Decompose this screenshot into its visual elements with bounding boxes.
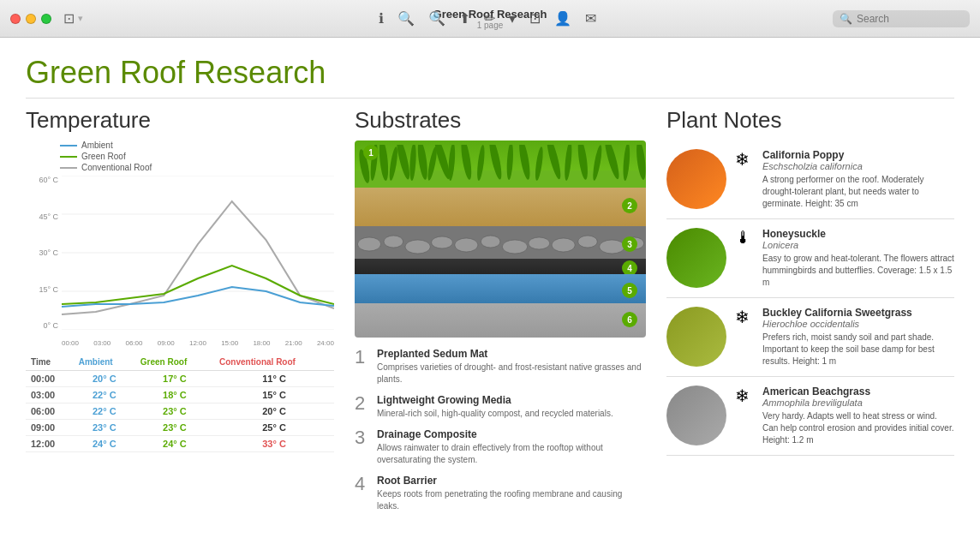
th-time: Time — [26, 354, 74, 371]
substrate-layer-3: 3 — [355, 226, 646, 262]
legend-label-greenroof: Green Roof — [81, 152, 126, 161]
svg-point-34 — [455, 238, 478, 252]
table-row: 00:00 20° C 17° C 11° C — [26, 371, 334, 387]
y-label-60: 60° C — [26, 176, 58, 184]
substrate-title: Preplanted Sedum Mat — [377, 348, 646, 360]
temperature-section: Temperature Ambient Green Roof Conventio… — [26, 107, 334, 512]
substrate-image: 1 2 — [355, 140, 646, 338]
x-label-0000: 00:00 — [62, 339, 79, 347]
y-label-30: 30° C — [26, 248, 58, 257]
cell-ambient: 24° C — [74, 436, 135, 452]
svg-point-40 — [600, 240, 624, 254]
substrate-info: Preplanted Sedum Mat Comprises varieties… — [377, 348, 646, 386]
y-axis-labels: 60° C 45° C 30° C 15° C 0° C — [26, 176, 58, 330]
substrate-item: 2 Lightweight Growing Media Mineral-rich… — [355, 394, 646, 420]
cell-ambient: 20° C — [74, 371, 135, 387]
plant-info: American Beachgrass Ammophila breviligul… — [762, 386, 954, 446]
svg-point-38 — [552, 238, 575, 252]
legend-label-ambient: Ambient — [81, 140, 113, 150]
cell-ambient: 23° C — [74, 420, 135, 436]
pencil-icon[interactable]: ✏ — [484, 10, 495, 27]
plant-item: ❄ American Beachgrass Ammophila brevilig… — [666, 377, 954, 456]
cell-greenroof: 23° C — [135, 420, 214, 436]
plant-item: ❄ Buckley California Sweetgrass Hierochl… — [666, 298, 954, 377]
resize-icon[interactable]: ⊡ — [529, 10, 541, 27]
fullscreen-button[interactable] — [41, 14, 51, 24]
substrate-list: 1 Preplanted Sedum Mat Comprises varieti… — [355, 348, 646, 512]
search-input[interactable] — [857, 13, 959, 25]
plant-info: Honeysuckle Lonicera Easy to grow and he… — [762, 228, 954, 289]
legend-ambient: Ambient — [60, 140, 334, 150]
plant-scientific: Hierochloe occidentalis — [762, 319, 954, 329]
plant-scientific: Lonicera — [762, 240, 954, 250]
plant-desc: Prefers rich, moist sandy soil and part … — [762, 332, 954, 368]
table-row: 03:00 22° C 18° C 15° C — [26, 387, 334, 404]
minimize-button[interactable] — [26, 14, 36, 24]
chart-legend: Ambient Green Roof Conventional Roof — [60, 140, 334, 172]
y-label-0: 0° C — [26, 321, 58, 330]
sidebar-toggle-icon[interactable]: ⊡ — [63, 10, 75, 27]
page-title: Green Roof Research — [26, 55, 954, 99]
substrate-item: 4 Root Barrier Keeps roots from penetrat… — [355, 475, 646, 512]
cell-conventional: 15° C — [214, 387, 334, 404]
plant-info: California Poppy Eschscholzia californic… — [762, 149, 954, 210]
table-row: 06:00 22° C 23° C 20° C — [26, 404, 334, 420]
svg-point-37 — [529, 237, 550, 249]
chevron-down-tool-icon[interactable]: ▾ — [509, 10, 516, 27]
substrate-title: Lightweight Growing Media — [377, 394, 613, 406]
plant-scientific: Eschscholzia californica — [762, 161, 954, 171]
close-button[interactable] — [10, 14, 21, 24]
legend-line-greenroof — [60, 156, 77, 158]
th-greenroof: Green Roof — [135, 354, 214, 371]
share-icon[interactable]: ⬆ — [459, 10, 470, 27]
cell-greenroof: 23° C — [135, 404, 214, 420]
info-icon[interactable]: ℹ — [379, 10, 384, 27]
legend-greenroof: Green Roof — [60, 152, 334, 161]
table-row: 09:00 23° C 23° C 25° C — [26, 420, 334, 436]
substrate-number: 4 — [355, 475, 368, 493]
layer-num-2: 2 — [622, 198, 637, 213]
markup-icon[interactable]: ✉ — [585, 10, 596, 27]
substrate-item: 3 Drainage Composite Allows rainwater to… — [355, 428, 646, 466]
substrates-section: Substrates — [355, 107, 646, 512]
cell-greenroof: 24° C — [135, 436, 214, 452]
plant-name: California Poppy — [762, 149, 954, 161]
main-content: Green Roof Research Temperature Ambient … — [0, 38, 980, 538]
substrate-layer-6: 6 — [355, 303, 646, 338]
person-icon[interactable]: 👤 — [554, 10, 571, 27]
plant-type-icon: ❄ — [735, 149, 754, 170]
cell-greenroof: 17° C — [135, 371, 214, 387]
x-label-1500: 15:00 — [221, 339, 238, 347]
plant-notes-section: Plant Notes ❄ California Poppy Eschschol… — [666, 107, 954, 512]
chevron-down-icon[interactable]: ▾ — [78, 13, 83, 24]
plant-item: ❄ California Poppy Eschscholzia californ… — [666, 140, 954, 219]
plant-name: Honeysuckle — [762, 228, 954, 240]
y-label-15: 15° C — [26, 285, 58, 294]
plant-type-icon: ❄ — [735, 307, 754, 327]
substrate-title: Drainage Composite — [377, 428, 646, 440]
substrates-title: Substrates — [355, 107, 646, 134]
zoom-in-icon[interactable]: 🔍 — [428, 10, 445, 27]
svg-point-32 — [405, 240, 430, 254]
substrate-desc: Keeps roots from penetrating the roofing… — [377, 488, 646, 512]
svg-point-31 — [384, 236, 403, 248]
substrate-layer-5: 5 — [355, 274, 646, 307]
zoom-out-icon[interactable]: 🔍 — [397, 10, 415, 27]
table-row: 12:00 24° C 24° C 33° C — [26, 436, 334, 452]
cell-greenroof: 18° C — [135, 387, 214, 404]
substrate-info: Lightweight Growing Media Mineral-rich s… — [377, 394, 613, 420]
substrate-number: 1 — [355, 348, 368, 367]
x-label-2100: 21:00 — [285, 339, 302, 347]
plant-image — [666, 307, 726, 367]
plant-desc: A strong performer on the roof. Moderate… — [762, 174, 954, 210]
substrate-info: Drainage Composite Allows rainwater to d… — [377, 428, 646, 466]
search-box[interactable]: 🔍 — [833, 10, 970, 27]
svg-point-33 — [432, 236, 453, 248]
plant-desc: Very hardy. Adapts well to heat stress o… — [762, 410, 954, 446]
traffic-lights — [10, 14, 51, 24]
legend-conventional: Conventional Roof — [60, 163, 334, 172]
y-label-45: 45° C — [26, 212, 58, 221]
x-axis-labels: 00:00 03:00 06:00 09:00 12:00 15:00 18:0… — [62, 339, 334, 347]
x-label-0300: 03:00 — [93, 339, 111, 347]
content-grid: Temperature Ambient Green Roof Conventio… — [26, 107, 954, 512]
